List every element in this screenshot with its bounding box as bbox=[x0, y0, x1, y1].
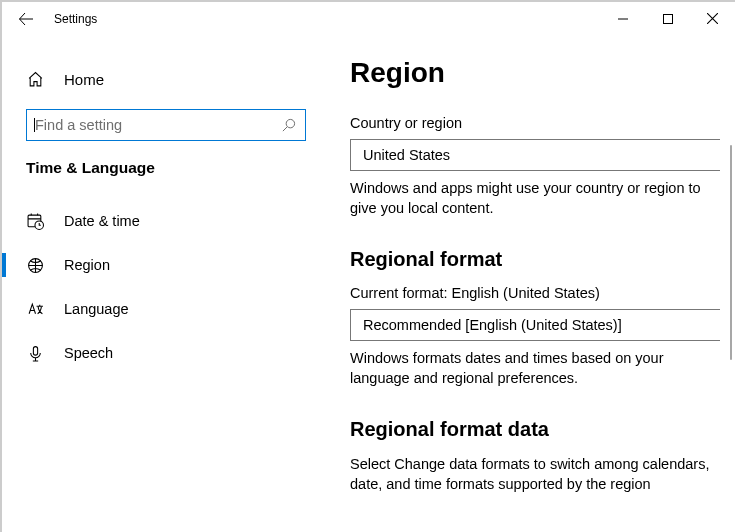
regional-format-heading: Regional format bbox=[350, 248, 735, 271]
home-nav[interactable]: Home bbox=[2, 61, 328, 97]
sidebar-item-speech[interactable]: Speech bbox=[2, 331, 328, 375]
language-icon bbox=[26, 300, 44, 318]
window-title: Settings bbox=[54, 12, 97, 26]
country-label: Country or region bbox=[350, 115, 735, 131]
home-icon bbox=[26, 70, 44, 88]
titlebar-left: Settings bbox=[6, 2, 97, 35]
titlebar: Settings bbox=[2, 2, 735, 35]
main-panel: Region Country or region United States W… bbox=[328, 35, 735, 532]
calendar-clock-icon bbox=[26, 212, 44, 230]
current-format-label: Current format: English (United States) bbox=[350, 285, 735, 301]
back-button[interactable] bbox=[6, 2, 46, 35]
data-description: Select Change data formats to switch amo… bbox=[350, 455, 710, 494]
sidebar-item-date-time[interactable]: Date & time bbox=[2, 199, 328, 243]
window-controls bbox=[600, 2, 735, 35]
sidebar-section-label: Time & Language bbox=[2, 159, 328, 177]
microphone-icon bbox=[26, 344, 44, 362]
home-label: Home bbox=[64, 71, 104, 88]
content: Home Find a setting Time & Language Da bbox=[2, 35, 735, 532]
country-value: United States bbox=[363, 147, 450, 163]
sidebar-item-label: Language bbox=[64, 301, 129, 317]
arrow-left-icon bbox=[18, 11, 34, 27]
sidebar-item-label: Speech bbox=[64, 345, 113, 361]
sidebar-item-label: Region bbox=[64, 257, 110, 273]
format-description: Windows formats dates and times based on… bbox=[350, 349, 710, 388]
sidebar-item-language[interactable]: Language bbox=[2, 287, 328, 331]
page-title: Region bbox=[350, 57, 735, 89]
sidebar-item-region[interactable]: Region bbox=[2, 243, 328, 287]
maximize-icon bbox=[663, 14, 673, 24]
search-input[interactable]: Find a setting bbox=[26, 109, 306, 141]
globe-icon bbox=[26, 256, 44, 274]
format-dropdown[interactable]: Recommended [English (United States)] bbox=[350, 309, 720, 341]
country-description: Windows and apps might use your country … bbox=[350, 179, 710, 218]
format-value: Recommended [English (United States)] bbox=[363, 317, 622, 333]
search-container: Find a setting bbox=[26, 109, 314, 141]
scrollbar-thumb[interactable] bbox=[730, 145, 733, 360]
country-dropdown[interactable]: United States bbox=[350, 139, 720, 171]
svg-rect-5 bbox=[33, 346, 37, 355]
minimize-button[interactable] bbox=[600, 2, 645, 35]
minimize-icon bbox=[618, 14, 628, 24]
svg-rect-0 bbox=[663, 14, 672, 23]
maximize-button[interactable] bbox=[645, 2, 690, 35]
close-icon bbox=[707, 13, 718, 24]
regional-format-data-heading: Regional format data bbox=[350, 418, 735, 441]
close-button[interactable] bbox=[690, 2, 735, 35]
sidebar-item-label: Date & time bbox=[64, 213, 140, 229]
svg-point-1 bbox=[286, 119, 294, 127]
search-placeholder: Find a setting bbox=[35, 117, 122, 133]
search-icon bbox=[279, 116, 297, 134]
sidebar: Home Find a setting Time & Language Da bbox=[2, 35, 328, 532]
